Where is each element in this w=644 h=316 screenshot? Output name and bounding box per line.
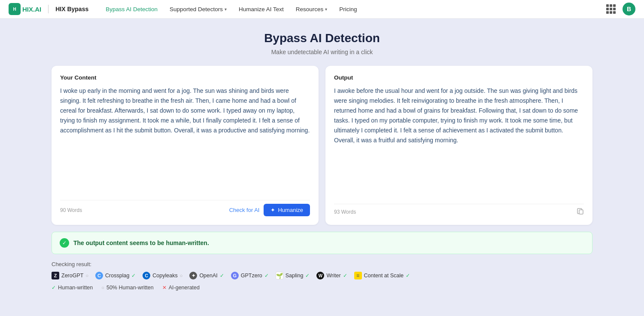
- output-panel-footer: 93 Words: [334, 204, 584, 216]
- nav-bypass-ai[interactable]: Bypass AI Detection: [100, 3, 163, 15]
- output-text: I awoke before the usual hour and went f…: [334, 86, 584, 197]
- result-text: The output content seems to be human-wri…: [73, 239, 209, 246]
- humanize-label: Humanize: [278, 207, 303, 213]
- legend-ai-generated: ✕ AI-generated: [162, 285, 200, 291]
- hix-logo-text: HIX.AI: [22, 6, 41, 13]
- detector-gptzero: G GPTzero ✓: [231, 272, 269, 279]
- openai-icon: ✦: [189, 272, 197, 279]
- input-word-count: 90 Words: [60, 207, 82, 213]
- navbar: H HIX.AI HIX Bypass Bypass AI Detection …: [0, 0, 644, 18]
- detector-zerogpt: Z ZeroGPT ○: [52, 272, 88, 279]
- check-icon: ✓: [52, 285, 56, 291]
- crossplag-status: ✓: [131, 273, 136, 279]
- sapling-label: Sapling: [286, 273, 304, 279]
- detector-crossplag: C Crossplag ✓: [95, 272, 136, 279]
- hix-logo-icon: H: [9, 3, 21, 15]
- legend-row: ✓ Human-written ○ 50% Human-written ✕ AI…: [52, 285, 592, 291]
- checking-section: Checking result: Z ZeroGPT ○ C Crossplag…: [52, 261, 592, 295]
- detector-sapling: 🌱 Sapling ✓: [276, 272, 310, 279]
- brand-product-name: HIX Bypass: [55, 6, 88, 12]
- copy-button[interactable]: [577, 208, 584, 216]
- page-title: Bypass AI Detection: [52, 31, 592, 45]
- nav-supported-detectors[interactable]: Supported Detectors ▾: [164, 3, 232, 15]
- nav-humanize-ai[interactable]: Humanize AI Text: [234, 3, 289, 15]
- output-panel-label: Output: [334, 74, 584, 81]
- writer-label: Writer: [326, 273, 340, 279]
- svg-rect-2: [579, 210, 583, 214]
- checking-label: Checking result:: [52, 261, 592, 267]
- nav-links: Bypass AI Detection Supported Detectors …: [100, 3, 605, 15]
- detector-writer: W Writer ✓: [316, 272, 347, 279]
- user-avatar[interactable]: B: [623, 3, 635, 15]
- crossplag-icon: C: [95, 272, 103, 279]
- sapling-icon: 🌱: [276, 272, 283, 279]
- gptzero-status: ✓: [264, 273, 269, 279]
- openai-status: ✓: [220, 273, 224, 279]
- copyleaks-label: Copyleaks: [152, 273, 177, 279]
- contentatscale-label: Content at Scale: [364, 273, 404, 279]
- circle-icon: ○: [101, 285, 104, 290]
- writer-icon: W: [316, 272, 324, 279]
- input-panel-label: Your Content: [60, 74, 310, 81]
- legend-human-written-label: Human-written: [58, 285, 93, 291]
- hix-logo[interactable]: H HIX.AI: [9, 3, 41, 15]
- input-text[interactable]: I woke up early in the morning and went …: [60, 86, 310, 193]
- input-panel-footer: 90 Words Check for AI ✦ Humanize: [60, 200, 310, 216]
- brand-container: H HIX.AI HIX Bypass: [9, 3, 88, 15]
- zerogpt-status: ○: [85, 273, 88, 278]
- zerogpt-icon: Z: [52, 272, 59, 279]
- main-content: Bypass AI Detection Make undetectable AI…: [43, 18, 601, 304]
- humanize-icon: ✦: [270, 207, 275, 213]
- openai-label: OpenAI: [199, 273, 217, 279]
- copyleaks-status: ○: [180, 273, 183, 278]
- crossplag-label: Crossplag: [105, 273, 129, 279]
- legend-human-written: ✓ Human-written: [52, 285, 93, 291]
- input-panel: Your Content I woke up early in the morn…: [52, 66, 319, 225]
- page-subtitle: Make undetectable AI writing in a click: [52, 49, 592, 55]
- detectors-row: Z ZeroGPT ○ C Crossplag ✓ C Copyleaks ○ …: [52, 272, 592, 279]
- contentatscale-status: ✓: [406, 273, 410, 279]
- apps-grid-button[interactable]: [605, 3, 617, 15]
- chevron-down-icon: ▾: [225, 7, 227, 12]
- brand-divider: [48, 5, 49, 13]
- contentatscale-icon: ≡: [354, 272, 362, 279]
- detector-contentatscale: ≡ Content at Scale ✓: [354, 272, 410, 279]
- legend-50-percent: ○ 50% Human-written: [101, 285, 153, 291]
- success-check-icon: ✓: [60, 238, 69, 248]
- navbar-right: B: [605, 3, 635, 15]
- copyleaks-icon: C: [143, 272, 150, 279]
- legend-ai-label: AI-generated: [169, 285, 200, 291]
- humanize-button[interactable]: ✦ Humanize: [264, 204, 310, 216]
- nav-resources[interactable]: Resources ▾: [291, 3, 333, 15]
- detector-copyleaks: C Copyleaks ○: [143, 272, 182, 279]
- result-banner: ✓ The output content seems to be human-w…: [52, 232, 592, 254]
- writer-status: ✓: [343, 273, 347, 279]
- output-word-count: 93 Words: [334, 209, 356, 215]
- nav-pricing[interactable]: Pricing: [334, 3, 362, 15]
- grid-icon: [606, 4, 616, 14]
- editor-panels: Your Content I woke up early in the morn…: [52, 66, 592, 225]
- chevron-down-icon-2: ▾: [325, 7, 327, 12]
- legend-50-label: 50% Human-written: [106, 285, 154, 291]
- input-panel-actions: Check for AI ✦ Humanize: [229, 204, 310, 216]
- svg-text:H: H: [13, 7, 16, 12]
- detector-openai: ✦ OpenAI ✓: [189, 272, 224, 279]
- zerogpt-label: ZeroGPT: [61, 273, 83, 279]
- x-icon: ✕: [162, 285, 167, 291]
- output-panel: Output I awoke before the usual hour and…: [325, 66, 592, 225]
- check-ai-link[interactable]: Check for AI: [229, 207, 260, 213]
- gptzero-label: GPTzero: [241, 273, 262, 279]
- sapling-status: ✓: [305, 273, 310, 279]
- gptzero-icon: G: [231, 272, 239, 279]
